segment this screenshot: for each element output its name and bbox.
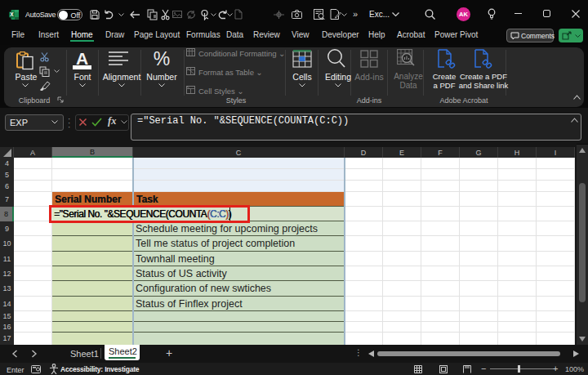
svg-text:X: X [10,11,14,17]
